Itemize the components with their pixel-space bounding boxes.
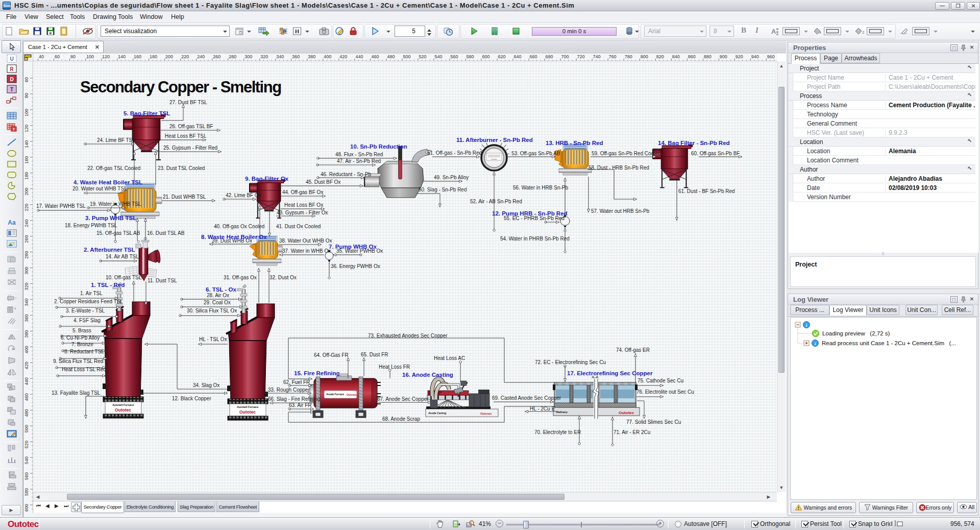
- svg-text:6. Cu-Ni-Pb Alloy: 6. Cu-Ni-Pb Alloy: [61, 335, 100, 341]
- svg-text:380: 380: [308, 54, 315, 59]
- svg-text:620: 620: [498, 54, 506, 59]
- svg-text:580: 580: [467, 54, 474, 59]
- svg-text:160: 160: [134, 54, 141, 59]
- svg-text:72. EC - Electrorefining Sec C: 72. EC - Electrorefining Sec Cu: [535, 359, 606, 365]
- svg-text:300: 300: [244, 54, 252, 59]
- svg-text:?: ?: [240, 31, 241, 34]
- svg-text:12. Black Copper: 12. Black Copper: [172, 396, 211, 401]
- svg-text:24. Lime BF TSL: 24. Lime BF TSL: [97, 137, 135, 143]
- svg-text:Outotec: Outotec: [239, 409, 256, 415]
- svg-text:4. Waste Heat Boiler TSL: 4. Waste Heat Boiler TSL: [74, 179, 142, 185]
- svg-text:50. Slag - Sn-Pb Red: 50. Slag - Sn-Pb Red: [419, 187, 467, 192]
- svg-text:22. Off-gas TSL Cooled: 22. Off-gas TSL Cooled: [87, 165, 140, 171]
- svg-text:59. Off-gas Sn-Pb Red Cooled: 59. Off-gas Sn-Pb Red Cooled: [592, 151, 660, 156]
- svg-text:51. Off-gas - Sn-Pb Red: 51. Off-gas - Sn-Pb Red: [427, 150, 482, 156]
- svg-text:46. Reductant - Sn-Pb: 46. Reductant - Sn-Pb: [321, 172, 371, 177]
- svg-text:19. Water in WHB TSL: 19. Water in WHB TSL: [90, 201, 141, 207]
- svg-text:120: 120: [102, 54, 110, 59]
- svg-text:70. Electrolyte to ER: 70. Electrolyte to ER: [534, 429, 581, 435]
- svg-text:3. E-Waste - TSL: 3. E-Waste - TSL: [66, 308, 105, 314]
- svg-text:A: A: [771, 28, 776, 35]
- svg-text:2: 2: [862, 30, 865, 35]
- svg-text:52. Air - AB Sn-Pb Red: 52. Air - AB Sn-Pb Red: [470, 199, 522, 204]
- svg-text:260: 260: [213, 54, 220, 59]
- svg-text:2. Copper Residues Feed TSL: 2. Copper Residues Feed TSL: [54, 299, 123, 304]
- svg-text:3. Pump WHB TSL: 3. Pump WHB TSL: [85, 215, 136, 221]
- svg-text:R: R: [10, 66, 14, 72]
- svg-text:64. Off-Gas FR: 64. Off-Gas FR: [314, 352, 349, 358]
- svg-text:200: 200: [24, 188, 29, 196]
- svg-text:Outotec: Outotec: [480, 412, 492, 415]
- svg-text:100: 100: [24, 109, 29, 116]
- svg-text:17. Electrorefining Sec Copper: 17. Electrorefining Sec Copper: [567, 370, 653, 376]
- svg-text:1. TSL - Red: 1. TSL - Red: [91, 282, 125, 288]
- svg-text:60: 60: [55, 54, 60, 59]
- svg-text:+: +: [15, 296, 17, 299]
- svg-text:63. Air FR: 63. Air FR: [289, 402, 311, 408]
- svg-text:880: 880: [704, 54, 712, 59]
- svg-text:16. Dust TSL AB: 16. Dust TSL AB: [147, 230, 185, 236]
- svg-text:D: D: [10, 77, 13, 82]
- svg-text:180: 180: [150, 54, 157, 59]
- svg-text:58. Dust - HRB Sn-Pb Red: 58. Dust - HRB Sn-Pb Red: [589, 165, 649, 171]
- svg-text:240: 240: [24, 220, 29, 227]
- svg-text:H: H: [295, 28, 300, 34]
- svg-text:74. Off-gas ER: 74. Off-gas ER: [616, 347, 650, 353]
- svg-text:HL - 2Cu E: HL - 2Cu E: [530, 406, 555, 412]
- svg-text:1. Air TSL: 1. Air TSL: [80, 291, 103, 296]
- svg-text:7. Bronze: 7. Bronze: [71, 342, 93, 347]
- svg-text:920: 920: [736, 54, 743, 59]
- svg-text:14. Air AB TSL: 14. Air AB TSL: [106, 254, 139, 259]
- svg-text:42. Lime BF Ox: 42. Lime BF Ox: [226, 192, 261, 198]
- svg-text:560: 560: [451, 54, 458, 59]
- svg-text:76. Electrolite out Sec Cu: 76. Electrolite out Sec Cu: [636, 389, 694, 395]
- svg-text:9. Silica Flux TSL Red: 9. Silica Flux TSL Red: [53, 358, 103, 364]
- svg-text:67. Anode Sec Copper: 67. Anode Sec Copper: [377, 396, 429, 402]
- svg-text:Outotec: Outotec: [347, 393, 357, 396]
- svg-text:61. Dust - BF Sn-Pb Red: 61. Dust - BF Sn-Pb Red: [678, 188, 735, 194]
- svg-text:520: 520: [419, 54, 426, 59]
- svg-text:680: 680: [546, 54, 553, 59]
- svg-text:360: 360: [24, 314, 29, 322]
- svg-text:36. Energy PWHB Ox: 36. Energy PWHB Ox: [331, 263, 380, 269]
- svg-text:600: 600: [24, 504, 29, 512]
- svg-text:940: 940: [751, 54, 759, 59]
- svg-text:6. TSL - Ox: 6. TSL - Ox: [206, 286, 236, 293]
- svg-text:80: 80: [70, 54, 76, 59]
- svg-text:780: 780: [625, 54, 632, 59]
- svg-text:460: 460: [371, 54, 379, 59]
- svg-text:71. Air - ER 2Cu: 71. Air - ER 2Cu: [614, 429, 650, 435]
- svg-text:T: T: [10, 87, 13, 92]
- svg-text:220: 220: [24, 204, 29, 211]
- svg-text:320: 320: [24, 283, 29, 291]
- svg-text:360: 360: [292, 54, 300, 59]
- svg-text:560: 560: [24, 472, 29, 480]
- svg-text:720: 720: [577, 54, 585, 59]
- svg-text:41. Dust Ox Cooled: 41. Dust Ox Cooled: [276, 224, 321, 229]
- svg-text:Anode Casting: Anode Casting: [428, 412, 446, 415]
- svg-text:29. Coal Ox: 29. Coal Ox: [204, 300, 231, 305]
- svg-text:9. Bag-Filter Ox: 9. Bag-Filter Ox: [245, 176, 289, 182]
- svg-text:Anode Furnace: Anode Furnace: [326, 393, 344, 396]
- svg-text:640: 640: [514, 54, 522, 59]
- svg-text:38. Water Out WHB Ox: 38. Water Out WHB Ox: [279, 238, 332, 244]
- svg-text:69. Casted Anode Sec Copper: 69. Casted Anode Sec Copper: [492, 395, 561, 401]
- svg-text:280: 280: [229, 54, 236, 59]
- svg-text:10. Sn-Pb Reduction: 10. Sn-Pb Reduction: [350, 143, 407, 150]
- svg-text:8. Waste Heat Boiler Ox: 8. Waste Heat Boiler Ox: [201, 234, 267, 240]
- svg-text:740: 740: [593, 54, 601, 59]
- svg-text:25. Gypsum - Filter Red: 25. Gypsum - Filter Red: [163, 145, 217, 151]
- svg-text:13. HRB - Sn-Pb Red: 13. HRB - Sn-Pb Red: [546, 140, 603, 146]
- svg-text:500: 500: [403, 54, 410, 59]
- svg-text:5. Bag-Filter TSL: 5. Bag-Filter TSL: [124, 110, 170, 116]
- svg-text:11. Dust TSL: 11. Dust TSL: [148, 278, 177, 283]
- svg-text:U: U: [10, 56, 13, 62]
- svg-text:33. Rough Copper: 33. Rough Copper: [268, 387, 310, 393]
- svg-text:37. Water in WHB Ox: 37. Water in WHB Ox: [282, 248, 331, 254]
- svg-text:Aa: Aa: [8, 219, 16, 226]
- svg-text:15. Off-gas TSL AB: 15. Off-gas TSL AB: [96, 230, 140, 236]
- svg-text:840: 840: [672, 54, 680, 59]
- svg-text:440: 440: [24, 377, 29, 385]
- svg-text:18. Energy PWHB TSL: 18. Energy PWHB TSL: [65, 223, 117, 228]
- svg-text:27. Dust BF TSL: 27. Dust BF TSL: [169, 100, 207, 105]
